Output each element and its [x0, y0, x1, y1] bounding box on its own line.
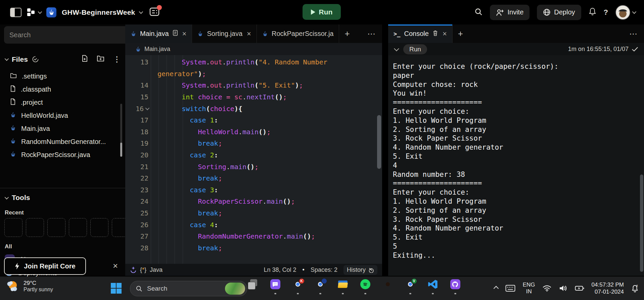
console-output[interactable]: Enter your choice (rock/paper/scissor):p…	[388, 55, 640, 276]
help-button[interactable]: ?	[604, 8, 608, 17]
console-scrollbar-thumb[interactable]	[640, 174, 643, 272]
app-file-explorer[interactable]	[337, 279, 348, 295]
run-button[interactable]: Run	[303, 4, 341, 20]
chevron-down-icon[interactable]	[394, 46, 399, 51]
weather-widget[interactable]: 29°C Partly sunny	[5, 280, 53, 293]
files-section-header[interactable]: Files ⋮	[5, 55, 121, 64]
terminal-icon: >_	[394, 31, 400, 37]
taskbar-search-input[interactable]	[146, 285, 208, 293]
clock-widget[interactable]: 04:57:32 PM 07-01-2024	[592, 281, 624, 295]
project-switcher[interactable]: GHW-BeginnersWeek	[62, 8, 142, 16]
recent-tool-slot	[26, 218, 44, 237]
tab-console[interactable]: >_ Console ×	[388, 24, 453, 43]
history-button[interactable]: History	[343, 265, 377, 275]
file-name: HelloWorld.java	[21, 112, 68, 119]
clear-console-icon[interactable]	[432, 30, 438, 38]
app-task-view[interactable]	[247, 279, 258, 295]
running-indicator	[274, 293, 276, 294]
console-line: paper	[393, 71, 640, 80]
console-line: =====================	[393, 179, 640, 188]
chevron-down-icon	[5, 57, 9, 61]
taskbar-search[interactable]	[130, 281, 247, 296]
join-replit-core-button[interactable]: Join Replit Core	[4, 257, 86, 275]
code-text: break;	[151, 139, 222, 147]
new-editor-tab-button[interactable]: +	[339, 24, 355, 43]
sidebar-search-input[interactable]	[4, 26, 128, 44]
status-notifications-icon[interactable]	[149, 7, 159, 17]
line-number: 28	[125, 244, 151, 252]
file-list: .settings.classpath.projectHelloWorld.ja…	[0, 70, 121, 161]
new-file-icon[interactable]	[81, 55, 88, 64]
java-file-icon	[131, 31, 136, 37]
notification-badge	[157, 5, 162, 10]
tools-section-header[interactable]: Tools	[5, 194, 30, 202]
code-line: 14 System.out.println("5. Exit");	[125, 80, 382, 91]
java-file-icon	[10, 151, 16, 157]
console-line: 2. Sorting of an array	[393, 125, 640, 134]
new-console-tab-button[interactable]: +	[453, 24, 468, 43]
new-folder-icon[interactable]	[97, 55, 104, 63]
file-item[interactable]: RandomNumberGenerator...	[0, 135, 121, 148]
close-tab-icon[interactable]: ×	[247, 30, 251, 38]
tab-main-java[interactable]: Main.java×	[125, 24, 192, 43]
notification-bell-icon[interactable]: z	[631, 284, 639, 293]
battery-icon[interactable]	[575, 285, 584, 292]
file-item[interactable]: RockPaperScissor.java	[0, 148, 121, 161]
tab-sorting-java[interactable]: Sorting.java×	[192, 24, 257, 43]
all-label: All	[5, 243, 12, 250]
recent-tool-slot	[69, 218, 87, 237]
close-tab-icon[interactable]: ×	[182, 30, 187, 38]
profile-badge: V	[411, 278, 417, 284]
close-tab-icon[interactable]: ×	[443, 30, 447, 38]
touch-keyboard-icon[interactable]	[505, 285, 515, 292]
editor-overflow-menu[interactable]: ⋯	[361, 24, 382, 43]
taskbar-apps: KV	[247, 279, 461, 295]
sidebar-toggle-icon[interactable]	[10, 8, 21, 17]
run-meta: 1m on 16:55:15, 01/07	[568, 46, 638, 53]
divider	[0, 188, 125, 188]
ai-assist-icon[interactable]	[130, 266, 137, 273]
tab-rockpaperscissor-ja[interactable]: RockPaperScissor.ja	[257, 24, 339, 43]
invite-button[interactable]: Invite	[490, 5, 530, 20]
volume-icon[interactable]	[559, 285, 567, 292]
account-menu[interactable]	[615, 5, 635, 20]
file-icon	[10, 98, 16, 107]
line-number: 15	[125, 93, 151, 101]
file-item[interactable]: Main.java	[0, 122, 121, 135]
file-item[interactable]: HelloWorld.java	[0, 109, 121, 122]
fold-chevron-icon[interactable]	[145, 106, 150, 110]
search-icon[interactable]	[474, 8, 482, 17]
file-item[interactable]: .settings	[0, 70, 121, 83]
app-spotify[interactable]	[360, 279, 371, 295]
deploy-button[interactable]: Deploy	[537, 5, 581, 20]
code-text: System.out.println("4. Random Number	[151, 58, 327, 66]
sidebar-scrollbar-thumb[interactable]	[120, 143, 122, 157]
run-entry-pill[interactable]: Run	[403, 44, 427, 54]
document-outline-icon[interactable]	[173, 30, 178, 38]
indentation-setting[interactable]: Spaces: 2	[311, 266, 337, 273]
bell-icon[interactable]	[589, 7, 596, 17]
close-banner-icon[interactable]: ×	[113, 261, 118, 270]
language-switcher[interactable]: ENGIN	[523, 282, 535, 295]
code-editor[interactable]: 13 System.out.println("4. Random Numberg…	[125, 55, 382, 264]
tray-chevron-up-icon[interactable]	[493, 286, 499, 291]
console-overflow-menu[interactable]: ⋯	[623, 24, 644, 43]
files-menu-kebab-icon[interactable]: ⋮	[113, 55, 121, 64]
editor-scrollbar-thumb[interactable]	[377, 115, 381, 169]
wifi-icon[interactable]	[543, 285, 551, 292]
app-chrome-profile-2[interactable]	[315, 279, 326, 295]
cursor-position[interactable]: Ln 38, Col 2	[264, 266, 296, 273]
file-item[interactable]: .project	[0, 96, 121, 109]
start-button[interactable]	[111, 283, 122, 294]
code-text: break;	[151, 174, 222, 182]
app-color-wheel-app[interactable]	[382, 279, 393, 295]
breadcrumb[interactable]: Main.java	[125, 43, 382, 55]
app-chrome-profile-k[interactable]: K	[292, 279, 303, 295]
app-vscode[interactable]	[427, 279, 438, 295]
app-github-desktop[interactable]	[450, 279, 461, 295]
tray-time: 04:57:32 PM	[592, 281, 624, 288]
file-item[interactable]: .classpath	[0, 83, 121, 96]
app-chat-app[interactable]	[270, 279, 281, 295]
app-chrome-profile-v[interactable]: V	[405, 279, 416, 295]
replit-menu[interactable]	[27, 8, 41, 17]
